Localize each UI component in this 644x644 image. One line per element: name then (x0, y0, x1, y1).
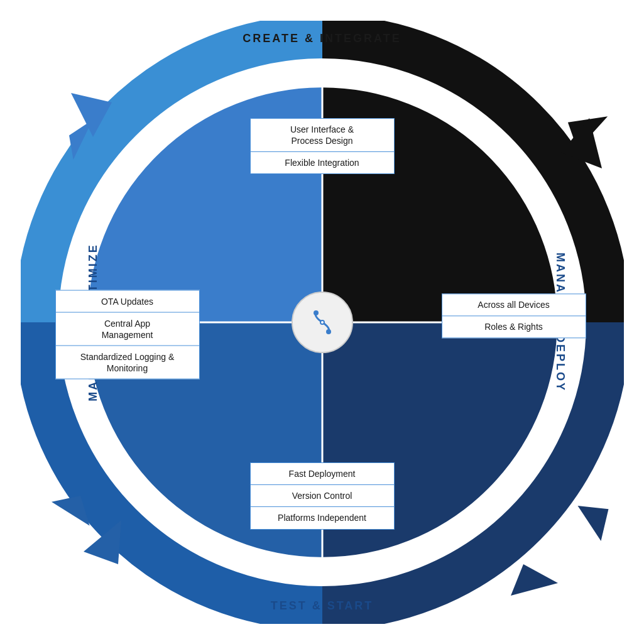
svg-point-17 (320, 320, 324, 324)
box-left-item-3: Standardized Logging &Monitoring (56, 346, 199, 379)
box-top-item-1: User Interface &Process Design (251, 119, 394, 152)
box-maintain-optimize: OTA Updates Central AppManagement Standa… (55, 290, 200, 379)
svg-point-15 (314, 310, 319, 315)
svg-point-16 (326, 329, 331, 334)
box-bottom-item-2: Version Control (251, 485, 394, 507)
box-test-start: Fast Deployment Version Control Platform… (250, 462, 395, 530)
box-top-item-2: Flexible Integration (251, 152, 394, 173)
box-left-item-1: OTA Updates (56, 290, 199, 312)
box-bottom-item-1: Fast Deployment (251, 463, 394, 485)
diagram-container: CREATE & INTEGRATE MANAGE & DEPLOY TEST … (21, 21, 624, 624)
label-create-integrate: CREATE & INTEGRATE (243, 32, 401, 45)
box-manage-deploy: Across all Devices Roles & Rights (442, 293, 586, 338)
box-right-item-1: Across all Devices (442, 294, 586, 316)
svg-marker-10 (568, 494, 616, 540)
box-create-integrate: User Interface &Process Design Flexible … (250, 118, 395, 175)
label-test-start: TEST & START (271, 599, 374, 613)
box-left-item-2: Central AppManagement (56, 312, 199, 346)
box-right-item-2: Roles & Rights (442, 316, 586, 337)
box-bottom-item-3: Platforms Independent (251, 507, 394, 528)
